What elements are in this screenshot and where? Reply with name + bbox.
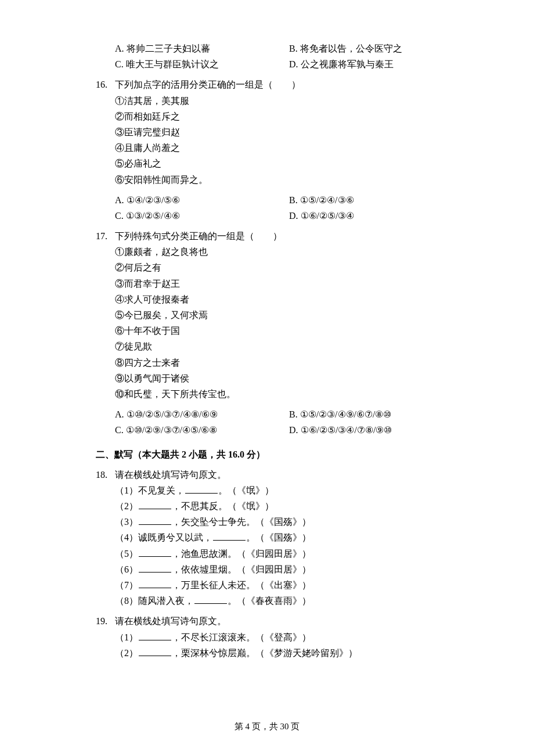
line-post: ，不思其反。（《氓》） bbox=[172, 501, 274, 511]
q18-lines: （1）不见复关，。（《氓》） （2），不思其反。（《氓》） （3），矢交坠兮士争… bbox=[96, 483, 438, 609]
q17-item: ⑧四方之士来者 bbox=[96, 355, 438, 370]
line-pre: （8）随风潜入夜， bbox=[115, 596, 194, 606]
q18-line: （6），依依墟里烟。（《归园田居》） bbox=[96, 561, 438, 577]
q16-option-d: D. ①⑥/②⑤/③④ bbox=[289, 208, 438, 224]
q16-options-row-2: C. ①③/②⑤/④⑥ D. ①⑥/②⑤/③④ bbox=[96, 208, 438, 224]
q17-items: ①廉颇者，赵之良将也 ②何后之有 ③而君幸于赵王 ④求人可使报秦者 ⑤今已服矣，… bbox=[96, 244, 438, 402]
q18-number: 18. bbox=[96, 467, 115, 483]
q16-option-c: C. ①③/②⑤/④⑥ bbox=[96, 208, 289, 224]
q15-option-d: D. 公之视廉将军孰与秦王 bbox=[289, 56, 438, 72]
q18-line: （8）随风潜入夜，。（《春夜喜雨》） bbox=[96, 593, 438, 609]
page: A. 将帅二三子夫妇以蕃 B. 将免者以告，公令医守之 C. 唯大王与群臣孰计议… bbox=[0, 0, 534, 756]
blank[interactable] bbox=[139, 516, 171, 525]
line-pre: （2） bbox=[115, 501, 138, 511]
q15-options-row-2: C. 唯大王与群臣孰计议之 D. 公之视廉将军孰与秦王 bbox=[96, 56, 438, 72]
line-post: 。（《氓》） bbox=[218, 485, 274, 495]
q16-item: ①洁其居，美其服 bbox=[96, 93, 438, 109]
line-pre: （5） bbox=[115, 549, 138, 559]
q16-option-a: A. ①④/②③/⑤⑥ bbox=[96, 192, 289, 208]
q17-options-row-1: A. ①⑩/②⑤/③⑦/④⑧/⑥⑨ B. ①⑤/②③/④⑨/⑥⑦/⑧⑩ bbox=[96, 406, 438, 422]
q16-options-row-1: A. ①④/②③/⑤⑥ B. ①⑤/②④/③⑥ bbox=[96, 192, 438, 208]
q17-item: ⑦徒见欺 bbox=[96, 339, 438, 354]
footer-pre: 第 bbox=[234, 722, 246, 731]
q18-stem: 请在横线处填写诗句原文。 bbox=[115, 467, 438, 483]
q16-items: ①洁其居，美其服 ②而相如廷斥之 ③臣请完璧归赵 ④且庸人尚羞之 ⑤必庙礼之 ⑥… bbox=[96, 93, 438, 188]
line-post: 。（《春夜喜雨》） bbox=[228, 596, 311, 606]
q16-item: ③臣请完璧归赵 bbox=[96, 124, 438, 140]
q19-lines: （1），不尽长江滚滚来。（《登高》） （2），栗深林兮惊层巅。（《梦游天姥吟留别… bbox=[96, 629, 438, 661]
line-post: ，万里长征人未还。（《出塞》） bbox=[172, 580, 311, 590]
question-18: 18. 请在横线处填写诗句原文。 （1）不见复关，。（《氓》） （2），不思其反… bbox=[96, 467, 438, 609]
q17-item: ①廉颇者，赵之良将也 bbox=[96, 244, 438, 260]
line-post: ，不尽长江滚滚来。（《登高》） bbox=[172, 632, 311, 642]
blank[interactable] bbox=[139, 631, 171, 640]
q18-line: （3），矢交坠兮士争先。（《国殇》） bbox=[96, 514, 438, 530]
q15-option-b: B. 将免者以告，公令医守之 bbox=[289, 41, 438, 56]
q17-item: ⑤今已服矣，又何求焉 bbox=[96, 307, 438, 323]
q17-item: ②何后之有 bbox=[96, 260, 438, 275]
q16-item: ⑥安阳韩性闻而异之。 bbox=[96, 172, 438, 188]
q17-item: ③而君幸于赵王 bbox=[96, 276, 438, 291]
q16-item: ②而相如廷斥之 bbox=[96, 109, 438, 124]
q15-option-c: C. 唯大王与群臣孰计议之 bbox=[96, 56, 289, 72]
blank[interactable] bbox=[139, 563, 171, 572]
section-2-header: 二、默写（本大题共 2 小题，共 16.0 分） bbox=[96, 447, 438, 462]
q15-options-row-1: A. 将帅二三子夫妇以蕃 B. 将免者以告，公令医守之 bbox=[96, 41, 438, 56]
blank[interactable] bbox=[213, 532, 246, 541]
q17-option-c: C. ①⑩/②⑨/③⑦/④⑤/⑥⑧ bbox=[96, 422, 289, 438]
line-pre: （6） bbox=[115, 564, 138, 574]
blank[interactable] bbox=[185, 484, 218, 493]
blank[interactable] bbox=[139, 579, 171, 588]
q18-line: （5），池鱼思故渊。（《归园田居》） bbox=[96, 546, 438, 561]
q17-item: ⑩和氏璧，天下所共传宝也。 bbox=[96, 386, 438, 402]
q19-stem: 请在横线处填写诗句原文。 bbox=[115, 613, 438, 629]
line-pre: （2） bbox=[115, 648, 138, 658]
blank[interactable] bbox=[139, 647, 171, 656]
q16-number: 16. bbox=[96, 77, 115, 92]
q16-option-b: B. ①⑤/②④/③⑥ bbox=[289, 192, 438, 208]
page-footer: 第 4 页，共 30 页 bbox=[0, 719, 534, 735]
q18-line: （2），不思其反。（《氓》） bbox=[96, 498, 438, 514]
q17-number: 17. bbox=[96, 228, 115, 244]
q19-line: （2），栗深林兮惊层巅。（《梦游天姥吟留别》） bbox=[96, 645, 438, 661]
line-pre: （3） bbox=[115, 517, 138, 527]
footer-mid: 页，共 bbox=[250, 722, 280, 731]
footer-total: 30 bbox=[280, 722, 289, 731]
blank[interactable] bbox=[194, 595, 227, 604]
q18-line: （7），万里长征人未还。（《出塞》） bbox=[96, 577, 438, 593]
line-pre: （4）诚既勇兮又以武， bbox=[115, 532, 212, 542]
footer-post: 页 bbox=[289, 722, 300, 731]
q16-item: ④且庸人尚羞之 bbox=[96, 140, 438, 156]
q17-option-d: D. ①⑥/②⑤/③④/⑦⑧/⑨⑩ bbox=[289, 422, 438, 438]
q17-option-b: B. ①⑤/②③/④⑨/⑥⑦/⑧⑩ bbox=[289, 406, 438, 422]
q18-line: （1）不见复关，。（《氓》） bbox=[96, 483, 438, 498]
q15-option-a: A. 将帅二三子夫妇以蕃 bbox=[96, 41, 289, 56]
q17-item: ④求人可使报秦者 bbox=[96, 291, 438, 307]
q18-line: （4）诚既勇兮又以武，。（《国殇》） bbox=[96, 530, 438, 545]
line-post: 。（《国殇》） bbox=[246, 532, 311, 542]
line-post: ，矢交坠兮士争先。（《国殇》） bbox=[172, 517, 311, 527]
line-post: ，依依墟里烟。（《归园田居》） bbox=[172, 564, 311, 574]
question-17: 17. 下列特殊句式分类正确的一组是（ ） ①廉颇者，赵之良将也 ②何后之有 ③… bbox=[96, 228, 438, 438]
q17-item: ⑥十年不收于国 bbox=[96, 323, 438, 339]
q17-item: ⑨以勇气闻于诸侯 bbox=[96, 370, 438, 386]
q16-item: ⑤必庙礼之 bbox=[96, 156, 438, 171]
question-19: 19. 请在横线处填写诗句原文。 （1），不尽长江滚滚来。（《登高》） （2），… bbox=[96, 613, 438, 661]
q17-stem: 下列特殊句式分类正确的一组是（ ） bbox=[115, 228, 438, 244]
q17-options-row-2: C. ①⑩/②⑨/③⑦/④⑤/⑥⑧ D. ①⑥/②⑤/③④/⑦⑧/⑨⑩ bbox=[96, 422, 438, 438]
line-pre: （1） bbox=[115, 632, 138, 642]
footer-current: 4 bbox=[246, 722, 250, 731]
line-post: ，栗深林兮惊层巅。（《梦游天姥吟留别》） bbox=[172, 648, 358, 658]
line-pre: （7） bbox=[115, 580, 138, 590]
line-pre: （1）不见复关， bbox=[115, 485, 185, 495]
q16-stem: 下列加点字的活用分类正确的一组是（ ） bbox=[115, 77, 438, 92]
line-post: ，池鱼思故渊。（《归园田居》） bbox=[172, 549, 311, 559]
blank[interactable] bbox=[139, 501, 171, 509]
q19-number: 19. bbox=[96, 613, 115, 629]
question-16: 16. 下列加点字的活用分类正确的一组是（ ） ①洁其居，美其服 ②而相如廷斥之… bbox=[96, 77, 438, 224]
q19-line: （1），不尽长江滚滚来。（《登高》） bbox=[96, 629, 438, 645]
q17-option-a: A. ①⑩/②⑤/③⑦/④⑧/⑥⑨ bbox=[96, 406, 289, 422]
blank[interactable] bbox=[139, 548, 171, 556]
